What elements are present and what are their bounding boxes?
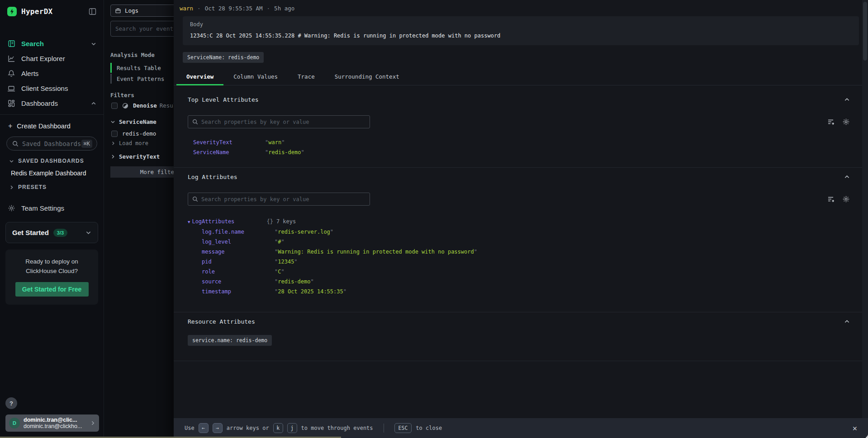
create-dashboard-button[interactable]: + Create Dashboard [0, 115, 104, 130]
close-icon[interactable]: ✕ [853, 424, 857, 433]
user-menu[interactable]: D dominic.tran@clic... dominic.tran@clic… [5, 414, 99, 432]
property-search-input[interactable]: Search properties by key or value [188, 193, 370, 206]
chevron-up-icon [91, 101, 96, 106]
event-detail-drawer: warn · Oct 28 9:55:35 AM · 5h ago Body 1… [174, 0, 868, 438]
attribute-row-severitytext[interactable]: SeverityText"warn" [188, 138, 850, 146]
filters-label: Filters [110, 92, 134, 99]
denoise-checkbox[interactable] [111, 103, 118, 109]
sidebar-collapse-icon[interactable] [89, 8, 96, 15]
promo-text-line1: Ready to deploy on [10, 257, 94, 266]
logattribute-row-pid[interactable]: pid"12345" [188, 258, 850, 266]
body-label: Body [190, 21, 852, 28]
drawer-scrollbar-thumb[interactable] [863, 2, 867, 61]
expand-lines-icon[interactable] [827, 195, 835, 203]
body-text: 12345:C 28 Oct 2025 14:55:35.228 # Warni… [190, 33, 852, 39]
drawer-scrollbar[interactable] [862, 0, 868, 418]
bell-icon [7, 70, 15, 78]
team-settings-label: Team Settings [21, 204, 64, 212]
footer-hint-mid1: arrow keys or [227, 425, 269, 431]
chevron-down-icon [9, 159, 14, 164]
gear-icon [7, 204, 15, 212]
footer-separator [384, 424, 384, 433]
logattribute-row-message[interactable]: message"Warning: Redis is running in pro… [188, 248, 850, 256]
get-started-card[interactable]: Get Started 3/3 [5, 222, 98, 243]
log-attributes-section: Log Attributes Search properties by key … [174, 168, 868, 312]
property-search-placeholder: Search properties by key or value [201, 119, 309, 125]
attribute-key: timestamp [202, 287, 275, 296]
denoise-label: Denoise [133, 102, 157, 109]
logattribute-row-log-file-name[interactable]: log.file.name"redis-server.log" [188, 228, 850, 236]
analysis-mode-event-patterns[interactable]: Event Patterns [110, 73, 164, 84]
logattributes-root-row[interactable]: ▼ LogAttributes {}7 keys [188, 217, 850, 226]
user-name: dominic.tran@clic... [24, 417, 82, 423]
help-button[interactable]: ? [5, 397, 17, 409]
sidebar-item-search[interactable]: Search [0, 36, 104, 51]
attribute-key: pid [202, 258, 275, 266]
filter-group-severitytext[interactable]: SeverityText [110, 153, 160, 160]
presets-section-toggle[interactable]: PRESETS [0, 177, 104, 190]
collapse-section-icon[interactable] [844, 319, 850, 325]
sidebar-item-team-settings[interactable]: Team Settings [0, 190, 104, 212]
k-key: k [273, 423, 283, 433]
attribute-key: role [202, 268, 275, 276]
shortcut-badge: ⌘K [81, 140, 92, 148]
logs-source-icon [115, 8, 121, 14]
separator-dot: · [267, 5, 270, 12]
sidebar-nav: SearchChart ExplorerAlertsClient Session… [0, 36, 104, 111]
resource-attributes-title: Resource Attributes [188, 318, 255, 325]
saved-dashboards-search[interactable]: Saved Dashboards ⌘K [6, 137, 97, 151]
chevron-right-icon [9, 185, 14, 190]
sidebar-item-alerts[interactable]: Alerts [0, 66, 104, 81]
expand-lines-icon[interactable] [827, 118, 835, 126]
service-name-tag[interactable]: service.name: redis-demo [188, 335, 272, 346]
nav-item-label: Alerts [21, 70, 38, 77]
saved-search-placeholder: Saved Dashboards [22, 140, 81, 147]
tab-overview[interactable]: Overview [176, 69, 223, 85]
resource-attributes-section: Resource Attributes service.name: redis-… [174, 312, 868, 361]
nav-item-label: Search [21, 40, 44, 47]
nav-item-label: Client Sessions [21, 85, 68, 92]
severitytext-group-label: SeverityText [119, 153, 160, 160]
tab-trace[interactable]: Trace [288, 69, 325, 85]
saved-dashboards-section-toggle[interactable]: SAVED DASHBOARDS [0, 151, 104, 164]
plus-icon: + [8, 122, 12, 130]
section-divider [174, 361, 868, 361]
sidebar: HyperDX SearchChart ExplorerAlertsClient… [0, 0, 104, 438]
load-more-button[interactable]: Load more [111, 140, 148, 146]
logattribute-row-role[interactable]: role"C" [188, 268, 850, 276]
sidebar-item-redis-dashboard[interactable]: Redis Example Dashboard [0, 164, 104, 177]
servicename-tag[interactable]: ServiceName: redis-demo [183, 52, 264, 63]
denoise-results-row[interactable]: Denoise Results [111, 102, 183, 109]
get-started-free-button[interactable]: Get Started for Free [15, 282, 89, 297]
footer-hint-prefix: Use [185, 425, 194, 431]
property-search-input[interactable]: Search properties by key or value [188, 115, 370, 128]
redis-demo-checkbox[interactable] [111, 131, 118, 137]
gear-icon[interactable] [842, 118, 850, 126]
tab-column-values[interactable]: Column Values [223, 69, 288, 85]
esc-key: ESC [394, 423, 412, 433]
attribute-row-servicename[interactable]: ServiceName"redis-demo" [188, 148, 850, 156]
sidebar-item-dashboards[interactable]: Dashboards [0, 96, 104, 111]
collapse-section-icon[interactable] [844, 174, 850, 180]
attribute-key: ServiceName [193, 148, 265, 156]
filter-group-servicename[interactable]: ServiceName [110, 118, 157, 125]
attribute-key: SeverityText [193, 138, 265, 146]
logattribute-row-source[interactable]: source"redis-demo" [188, 278, 850, 286]
analysis-option-label: Results Table [117, 65, 161, 71]
sidebar-item-chart-explorer[interactable]: Chart Explorer [0, 51, 104, 66]
chevron-right-icon [90, 420, 95, 426]
analysis-mode-results-table[interactable]: Results Table [110, 62, 161, 73]
attribute-key: message [202, 248, 275, 256]
chevron-down-icon [85, 230, 91, 235]
sidebar-item-client-sessions[interactable]: Client Sessions [0, 81, 104, 96]
logattribute-row-log-level[interactable]: log_level"#" [188, 238, 850, 246]
j-key: j [287, 423, 297, 433]
progress-badge: 3/3 [53, 229, 67, 237]
tab-surrounding-context[interactable]: Surrounding Context [325, 69, 409, 85]
logattribute-row-timestamp[interactable]: timestamp"28 Oct 2025 14:55:35" [188, 287, 850, 296]
gear-icon[interactable] [842, 195, 850, 203]
top-level-attributes-section: Top Level Attributes Search properties b… [174, 85, 868, 167]
collapse-section-icon[interactable] [844, 97, 850, 103]
filter-option-redis-demo[interactable]: redis-demo [111, 130, 156, 137]
user-email: dominic.tran@clickho... [24, 423, 82, 429]
